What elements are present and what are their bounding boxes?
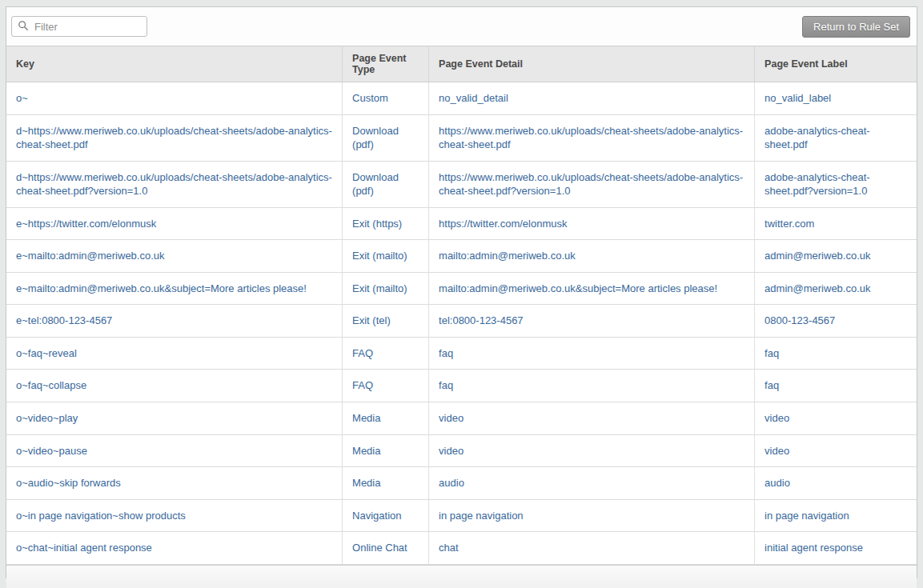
cell-key: e~https://twitter.com/elonmusk (6, 207, 343, 240)
table-row[interactable]: o~video~pause Media video video (6, 434, 917, 467)
cell-page-event-label: 0800-123-4567 (755, 305, 917, 338)
cell-key: o~in page navigation~show products (6, 499, 343, 532)
cell-page-event-label: twitter.com (755, 207, 917, 240)
cell-key: o~faq~collapse (6, 370, 343, 402)
cell-key: d~https://www.meriweb.co.uk/uploads/chea… (6, 161, 343, 207)
cell-page-event-detail: https://www.meriweb.co.uk/uploads/cheat-… (429, 114, 755, 161)
cell-page-event-type: Custom (343, 82, 429, 115)
cell-page-event-type: Download (pdf) (343, 114, 429, 161)
cell-page-event-type: Media (343, 467, 429, 500)
cell-page-event-type: Navigation (343, 499, 429, 532)
cell-key: d~https://www.meriweb.co.uk/uploads/chea… (6, 114, 343, 161)
cell-page-event-label: admin@meriweb.co.uk (755, 272, 917, 305)
cell-page-event-detail: mailto:admin@meriweb.co.uk (429, 240, 755, 273)
table-row[interactable]: o~chat~initial agent response Online Cha… (6, 532, 917, 565)
column-header-page-event-label: Page Event Label (755, 46, 917, 82)
cell-page-event-type: Download (pdf) (343, 161, 429, 207)
cell-page-event-label: video (755, 402, 917, 435)
table-row[interactable]: o~faq~reveal FAQ faq faq (6, 337, 917, 370)
table-row[interactable]: o~in page navigation~show products Navig… (6, 499, 917, 532)
table-header-row: Key Page Event Type Page Event Detail Pa… (6, 46, 917, 82)
cell-page-event-detail: tel:0800-123-4567 (429, 305, 755, 338)
cell-page-event-detail: video (429, 434, 755, 467)
cell-page-event-type: Media (343, 434, 429, 467)
cell-page-event-detail: https://twitter.com/elonmusk (429, 207, 755, 240)
column-header-key: Key (6, 46, 343, 82)
event-mapping-table: Key Page Event Type Page Event Detail Pa… (6, 46, 917, 565)
toolbar: Return to Rule Set (6, 7, 917, 46)
cell-page-event-label: admin@meriweb.co.uk (755, 240, 917, 273)
cell-key: o~video~pause (6, 434, 343, 467)
cell-page-event-type: FAQ (343, 337, 429, 370)
cell-page-event-label: adobe-analytics-cheat-sheet.pdf?version=… (755, 161, 917, 207)
table-row[interactable]: d~https://www.meriweb.co.uk/uploads/chea… (6, 161, 917, 207)
table-row[interactable]: o~faq~collapse FAQ faq faq (6, 370, 917, 402)
cell-page-event-detail: https://www.meriweb.co.uk/uploads/cheat-… (429, 161, 755, 207)
cell-key: o~chat~initial agent response (6, 532, 343, 565)
return-to-rule-set-button[interactable]: Return to Rule Set (802, 16, 910, 38)
filter-input[interactable] (11, 16, 147, 37)
table-row[interactable]: o~ Custom no_valid_detail no_valid_label (6, 82, 917, 115)
cell-page-event-detail: faq (429, 337, 755, 370)
cell-page-event-detail: mailto:admin@meriweb.co.uk&subject=More … (429, 272, 755, 305)
cell-page-event-label: audio (755, 467, 917, 500)
cell-page-event-detail: faq (429, 370, 755, 402)
cell-key: e~mailto:admin@meriweb.co.uk&subject=Mor… (6, 272, 343, 305)
cell-page-event-type: FAQ (343, 370, 429, 402)
cell-page-event-label: initial agent response (755, 532, 917, 565)
cell-page-event-label: no_valid_label (755, 82, 917, 115)
column-header-page-event-detail: Page Event Detail (429, 46, 755, 82)
cell-page-event-type: Exit (mailto) (343, 272, 429, 305)
cell-page-event-detail: video (429, 402, 755, 435)
cell-page-event-label: in page navigation (755, 499, 917, 532)
table-row[interactable]: o~video~play Media video video (6, 402, 917, 435)
cell-key: o~audio~skip forwards (6, 467, 343, 500)
cell-key: o~video~play (6, 402, 343, 435)
table-row[interactable]: e~mailto:admin@meriweb.co.uk Exit (mailt… (6, 240, 917, 273)
table-row[interactable]: e~mailto:admin@meriweb.co.uk&subject=Mor… (6, 272, 917, 305)
cell-page-event-type: Exit (mailto) (343, 240, 429, 273)
cell-page-event-type: Exit (https) (343, 207, 429, 240)
cell-page-event-type: Exit (tel) (343, 305, 429, 338)
cell-page-event-detail: audio (429, 467, 755, 500)
cell-page-event-type: Media (343, 402, 429, 435)
footer-bar (6, 565, 917, 588)
cell-key: e~mailto:admin@meriweb.co.uk (6, 240, 343, 273)
cell-page-event-detail: no_valid_detail (429, 82, 755, 115)
table-row[interactable]: o~audio~skip forwards Media audio audio (6, 467, 917, 500)
table-row[interactable]: e~tel:0800-123-4567 Exit (tel) tel:0800-… (6, 305, 917, 338)
cell-page-event-label: faq (755, 337, 917, 370)
table-row[interactable]: e~https://twitter.com/elonmusk Exit (htt… (6, 207, 917, 240)
cell-page-event-label: video (755, 434, 917, 467)
cell-key: o~ (6, 82, 343, 115)
mapping-panel: Return to Rule Set Key Page Event Type P… (6, 6, 917, 578)
cell-page-event-label: faq (755, 370, 917, 402)
cell-page-event-type: Online Chat (343, 532, 429, 565)
cell-page-event-detail: in page navigation (429, 499, 755, 532)
filter-field-wrap (11, 16, 147, 37)
column-header-page-event-type: Page Event Type (343, 46, 429, 82)
cell-key: o~faq~reveal (6, 337, 343, 370)
table-row[interactable]: d~https://www.meriweb.co.uk/uploads/chea… (6, 114, 917, 161)
cell-page-event-detail: chat (429, 532, 755, 565)
cell-key: e~tel:0800-123-4567 (6, 305, 343, 338)
cell-page-event-label: adobe-analytics-cheat-sheet.pdf (755, 114, 917, 161)
